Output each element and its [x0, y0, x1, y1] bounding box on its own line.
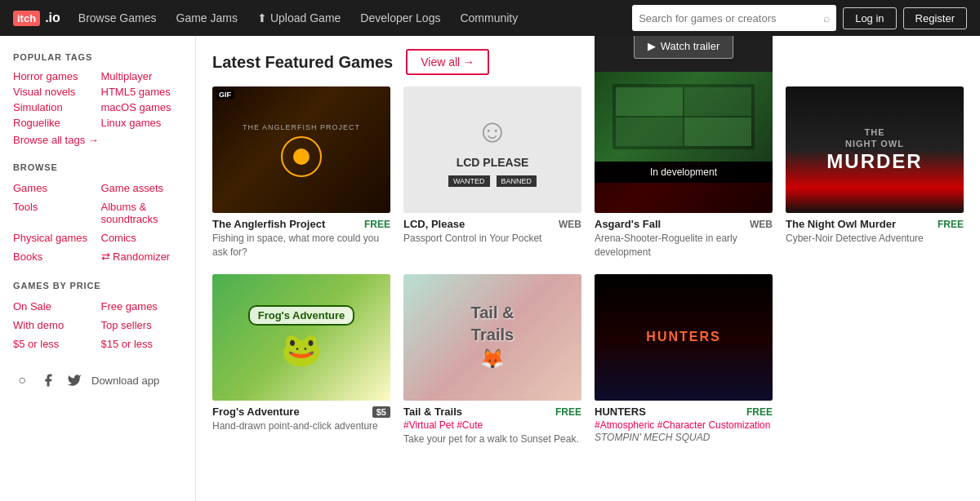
nav-game-jams[interactable]: Game Jams: [168, 0, 246, 36]
tag-multiplayer[interactable]: Multiplayer: [101, 70, 183, 82]
register-button[interactable]: Register: [903, 7, 967, 29]
price-grid: On Sale Free games With demo Top sellers…: [13, 299, 182, 352]
game-card-tail[interactable]: Tail & Trails 🦊 Tail & Trails FREE #Virt…: [403, 274, 581, 448]
game-tags: #Virtual Pet #Cute: [403, 419, 581, 431]
tag-grid: Horror games Multiplayer Visual novels H…: [13, 70, 182, 129]
game-title: The Anglerfish Project: [212, 218, 325, 230]
tag-cute[interactable]: #Cute: [457, 419, 483, 431]
sidebar: POPULAR TAGS Horror games Multiplayer Vi…: [0, 36, 196, 501]
price-top-sellers[interactable]: Top sellers: [101, 317, 183, 333]
price-on-sale[interactable]: On Sale: [13, 299, 95, 314]
play-icon: ▶: [648, 40, 656, 52]
browse-tools[interactable]: Tools: [13, 199, 95, 227]
logo[interactable]: itch .io: [13, 11, 60, 26]
browse-physical-games[interactable]: Physical games: [13, 230, 95, 246]
game-info-frog: Frog's Adventure $5 Hand-drawn point-and…: [212, 401, 390, 435]
game-info-murder: The Night Owl Murder FREE Cyber-Noir Det…: [786, 213, 964, 247]
game-desc: Passport Control in Your Pocket: [403, 232, 581, 246]
game-desc: Fishing in space, what more could you as…: [212, 232, 390, 259]
tag-linux[interactable]: Linux games: [101, 117, 183, 129]
browse-title: BROWSE: [13, 162, 182, 172]
tag-virtual-pet[interactable]: #Virtual Pet: [403, 419, 454, 431]
game-info-asgard: Asgard's Fall WEB Arena-Shooter-Roguelit…: [595, 213, 773, 261]
game-thumb-hunters: HUNTERS: [595, 274, 773, 401]
view-all-button[interactable]: View all →: [406, 49, 489, 75]
search-box: ⌕: [632, 5, 836, 31]
nav-community[interactable]: Community: [452, 0, 526, 36]
tag-horror[interactable]: Horror games: [13, 70, 95, 82]
game-desc: Hand-drawn point-and-click adventure: [212, 419, 390, 433]
price-15-or-less[interactable]: $15 or less: [101, 336, 183, 352]
game-card-hunters[interactable]: HUNTERS HUNTERS FREE #Atmospheric #Chara…: [595, 274, 773, 448]
price-with-demo[interactable]: With demo: [13, 317, 95, 333]
tag-html5[interactable]: HTML5 games: [101, 86, 183, 98]
browse-comics[interactable]: Comics: [101, 230, 183, 246]
game-desc: Arena-Shooter-Roguelite in early develop…: [595, 232, 773, 259]
tooltip-preview: [595, 72, 773, 162]
main-content: Latest Featured Games View all → THE ANG…: [196, 36, 980, 501]
price-free-games[interactable]: Free games: [101, 299, 183, 314]
game-badge: FREE: [364, 219, 390, 230]
upload-icon: ⬆: [257, 11, 267, 24]
facebook-icon[interactable]: [39, 371, 57, 389]
section-title: Latest Featured Games: [212, 53, 393, 72]
game-card-anglerfish[interactable]: THE ANGLERFISH PROJECT GIF The Anglerfis…: [212, 86, 390, 261]
game-title: Tail & Trails: [403, 406, 462, 418]
twitter-icon[interactable]: [65, 371, 83, 389]
browse-game-assets[interactable]: Game assets: [101, 180, 183, 196]
game-card-frog[interactable]: Frog's Adventure 🐸 Frog's Adventure $5 H…: [212, 274, 390, 448]
nav-developer-logs[interactable]: Developer Logs: [352, 0, 448, 36]
login-button[interactable]: Log in: [843, 7, 896, 29]
tag-visual-novels[interactable]: Visual novels: [13, 86, 95, 98]
browse-albums[interactable]: Albums & soundtracks: [101, 199, 183, 227]
game-thumb-murder: THE NIGHT OWL MURDER: [786, 86, 964, 213]
download-app-link[interactable]: Download app: [91, 375, 159, 387]
tag-macos[interactable]: macOS games: [101, 101, 183, 113]
game-thumb-frog: Frog's Adventure 🐸: [212, 274, 390, 401]
sidebar-footer: ○ Download app: [13, 371, 182, 389]
section-header: Latest Featured Games View all →: [212, 49, 964, 75]
game-card-murder[interactable]: THE NIGHT OWL MURDER The Night Owl Murde…: [786, 86, 964, 261]
search-area: ⌕ Log in Register: [632, 5, 967, 31]
game-badge: WEB: [750, 219, 773, 230]
logo-text: .io: [45, 11, 60, 25]
tooltip-status: In development: [595, 162, 773, 183]
gif-badge: GIF: [216, 90, 234, 100]
tooltip-wrapper: WISHLIST NOW Unleash your vengeance in A…: [595, 86, 773, 261]
game-info-lcd: LCD, Please WEB Passport Control in Your…: [403, 213, 581, 247]
game-desc: Take your pet for a walk to Sunset Peak.: [403, 432, 581, 446]
tag-character-customization[interactable]: #Character Customization: [657, 419, 771, 431]
nav-browse-games[interactable]: Browse Games: [70, 0, 165, 36]
game-desc: Cyber-Noir Detective Adventure: [786, 232, 964, 246]
game-title: Asgard's Fall: [595, 218, 661, 230]
reddit-icon[interactable]: ○: [13, 371, 31, 389]
game-info-anglerfish: The Anglerfish Project FREE Fishing in s…: [212, 213, 390, 261]
watch-trailer-button[interactable]: ▶ Watch trailer: [634, 36, 733, 59]
price-title: GAMES BY PRICE: [13, 281, 182, 290]
game-card-lcd[interactable]: ☺ LCD PLEASE WANTED BANNED LCD, Please W…: [403, 86, 581, 261]
browse-all-tags[interactable]: Browse all tags →: [13, 134, 182, 146]
game-title: LCD, Please: [403, 218, 465, 230]
tooltip-popup: WISHLIST NOW Unleash your vengeance in A…: [595, 36, 773, 183]
game-badge: FREE: [938, 219, 964, 230]
game-badge: WEB: [559, 219, 581, 230]
price-5-or-less[interactable]: $5 or less: [13, 336, 95, 352]
tag-atmospheric[interactable]: #Atmospheric: [595, 419, 654, 431]
browse-games[interactable]: Games: [13, 180, 95, 196]
game-thumb-anglerfish: THE ANGLERFISH PROJECT GIF: [212, 86, 390, 213]
header: itch .io Browse Games Game Jams ⬆ Upload…: [0, 0, 980, 36]
tag-simulation[interactable]: Simulation: [13, 101, 95, 113]
popular-tags-title: POPULAR TAGS: [13, 52, 182, 62]
browse-books[interactable]: Books: [13, 249, 95, 264]
game-title: HUNTERS: [595, 406, 646, 418]
search-input[interactable]: [639, 12, 818, 24]
game-info-tail: Tail & Trails FREE #Virtual Pet #Cute Ta…: [403, 401, 581, 448]
game-thumb-lcd: ☺ LCD PLEASE WANTED BANNED: [403, 86, 581, 213]
tag-roguelike[interactable]: Roguelike: [13, 117, 95, 129]
game-thumb-tail: Tail & Trails 🦊: [403, 274, 581, 401]
main-layout: POPULAR TAGS Horror games Multiplayer Vi…: [0, 36, 980, 501]
game-badge: $5: [372, 406, 390, 418]
nav-upload-game[interactable]: ⬆ Upload Game: [249, 0, 349, 36]
browse-randomizer[interactable]: ⇄ Randomizer: [101, 249, 183, 264]
game-grid: THE ANGLERFISH PROJECT GIF The Anglerfis…: [212, 86, 964, 447]
